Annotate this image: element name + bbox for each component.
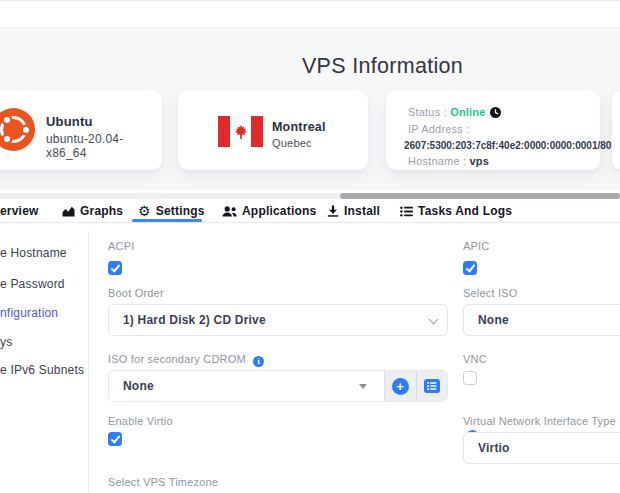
hostname-value: vps <box>470 155 490 167</box>
iso-secondary-select[interactable]: None <box>109 371 384 401</box>
sidebar-item-ipv6-subnets[interactable]: e IPv6 Subnets <box>0 363 84 377</box>
enable-virtio-label: Enable Virtio <box>108 415 173 427</box>
iso-secondary-label: ISO for secondary CDROM i <box>108 353 264 367</box>
tab-applications[interactable]: Applications <box>222 203 316 219</box>
tab-graphs[interactable]: Graphs <box>62 203 123 219</box>
gear-icon: ⚙ <box>138 204 151 218</box>
add-iso-button[interactable]: + <box>385 371 416 401</box>
clock-icon[interactable] <box>490 107 501 120</box>
tab-settings-label: Settings <box>156 204 205 218</box>
location-city: Montreal <box>272 120 326 134</box>
timezone-label: Select VPS Timezone <box>108 476 218 488</box>
info-icon[interactable]: i <box>253 356 264 367</box>
os-template: ubuntu-20.04-x86_64 <box>46 132 162 160</box>
vnc-checkbox[interactable] <box>463 371 477 385</box>
sidebar-item-change-hostname[interactable]: e Hostname <box>0 246 67 260</box>
boot-order-value: 1) Hard Disk 2) CD Drive <box>123 313 266 327</box>
plus-icon: + <box>392 378 409 395</box>
sidebar-item-configuration[interactable]: nfiguration <box>0 306 58 320</box>
canada-flag-icon <box>218 116 263 147</box>
ip-label: IP Address : <box>408 123 470 135</box>
iso-secondary-value: None <box>123 379 154 393</box>
iso-secondary-label-text: ISO for secondary CDROM <box>108 353 246 365</box>
apic-checkbox[interactable] <box>463 261 477 275</box>
sidebar-item-change-password[interactable]: e Password <box>0 277 65 291</box>
select-iso-value: None <box>478 313 509 327</box>
top-navbar <box>0 0 620 28</box>
select-iso-label: Select ISO <box>463 287 518 299</box>
download-icon <box>327 205 339 217</box>
ubuntu-logo-icon <box>0 108 35 151</box>
tab-install[interactable]: Install <box>327 203 380 219</box>
browse-iso-button[interactable] <box>416 371 448 401</box>
task-list-icon <box>400 206 413 217</box>
users-icon <box>222 206 237 217</box>
vnif-value: Virtio <box>478 441 510 455</box>
tabbar-divider <box>0 222 620 223</box>
next-card-partial <box>612 90 620 170</box>
boot-order-label: Boot Order <box>108 287 164 299</box>
tab-settings[interactable]: ⚙ Settings <box>138 203 205 219</box>
vnif-label-text: Virtual Network Interface Type <box>463 415 616 427</box>
os-card: Ubuntu ubuntu-20.04-x86_64 <box>0 90 162 170</box>
sidebar-divider <box>88 230 89 493</box>
maple-leaf-icon <box>234 125 248 139</box>
tab-applications-label: Applications <box>242 204 316 218</box>
acpi-checkbox[interactable] <box>108 261 122 275</box>
os-name: Ubuntu <box>46 114 93 129</box>
tab-graphs-label: Graphs <box>80 204 123 218</box>
vnif-select[interactable]: Virtio <box>463 432 620 464</box>
hostname-row: Hostname : vps <box>408 155 489 167</box>
sidebar-item-ssh-keys[interactable]: ys <box>0 335 12 349</box>
location-province: Quebec <box>272 137 312 149</box>
iso-secondary-actions: + <box>384 371 447 401</box>
location-card: Montreal Quebec <box>178 90 368 170</box>
boot-order-select[interactable]: 1) Hard Disk 2) CD Drive <box>108 304 448 336</box>
horizontal-scrollbar-thumb[interactable] <box>340 193 620 199</box>
vps-information-page: VPS Information Ubuntu ubuntu-20.04-x86_… <box>0 0 620 493</box>
status-card: Status : Online IP Address : 2607:5300:2… <box>386 90 600 170</box>
select-caret-icon <box>359 384 367 389</box>
hostname-label: Hostname : <box>408 155 466 167</box>
tab-install-label: Install <box>344 204 380 218</box>
apic-label: APIC <box>463 240 489 252</box>
tab-overview[interactable]: erview <box>0 203 39 219</box>
ip-value: 2607:5300:203:7c8f:40e2:0000:0000:0001/8… <box>404 140 611 151</box>
status-badge: Online <box>450 106 485 118</box>
iso-secondary-group: None + <box>108 370 448 402</box>
page-title: VPS Information <box>145 54 620 79</box>
select-iso-select[interactable]: None <box>463 304 620 336</box>
vnc-label: VNC <box>463 353 487 365</box>
tab-tasks-and-logs[interactable]: Tasks And Logs <box>400 203 512 219</box>
enable-virtio-checkbox[interactable] <box>108 432 122 446</box>
acpi-label: ACPI <box>108 240 134 252</box>
status-row: Status : Online <box>408 106 501 120</box>
status-label: Status : <box>408 106 447 118</box>
chart-icon <box>62 206 75 217</box>
tab-tasks-and-logs-label: Tasks And Logs <box>418 204 512 218</box>
tab-overview-label: erview <box>0 204 39 218</box>
list-icon <box>424 379 440 393</box>
